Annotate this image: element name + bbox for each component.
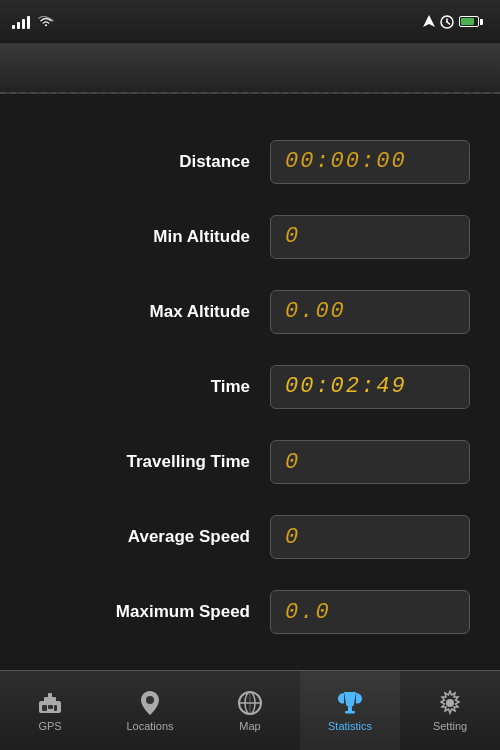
- title-bar: [0, 44, 500, 94]
- tab-locations[interactable]: Locations: [100, 671, 200, 750]
- stat-value-box-4: 0: [270, 440, 470, 484]
- map-icon: [235, 690, 265, 716]
- status-left: [12, 15, 54, 29]
- svg-line-2: [447, 22, 450, 24]
- main-content: Distance00:00:00Min Altitude0Max Altitud…: [0, 94, 500, 670]
- svg-rect-8: [54, 705, 57, 711]
- tab-map[interactable]: Map: [200, 671, 300, 750]
- statistics-icon: [335, 690, 365, 716]
- stat-row: Min Altitude0: [30, 215, 470, 259]
- tab-gps[interactable]: GPS: [0, 671, 100, 750]
- stat-label-undefined: Maximum Speed: [30, 602, 270, 622]
- tab-locations-label: Locations: [126, 720, 173, 732]
- stat-label-undefined: Time: [30, 377, 270, 397]
- svg-point-9: [146, 696, 154, 704]
- stat-value-box-2: 0.00: [270, 290, 470, 334]
- svg-rect-15: [345, 711, 355, 714]
- stat-label-undefined: Travelling Time: [30, 452, 270, 472]
- signal-bars-icon: [12, 15, 30, 29]
- stat-value-box-5: 0: [270, 515, 470, 559]
- tab-gps-label: GPS: [38, 720, 61, 732]
- stat-label-undefined: Min Altitude: [30, 227, 270, 247]
- stat-value-box-0: 00:00:00: [270, 140, 470, 184]
- stat-value-box-1: 0: [270, 215, 470, 259]
- stat-label-undefined: Max Altitude: [30, 302, 270, 322]
- stat-row: Maximum Speed0.0: [30, 590, 470, 634]
- svg-rect-7: [48, 705, 53, 709]
- tab-map-label: Map: [239, 720, 260, 732]
- svg-rect-6: [42, 705, 47, 711]
- tab-setting-label: Setting: [433, 720, 467, 732]
- stat-value-4: 0: [285, 450, 300, 475]
- stat-row: Distance00:00:00: [30, 140, 470, 184]
- stat-value-box-3: 00:02:49: [270, 365, 470, 409]
- svg-rect-14: [348, 707, 352, 711]
- status-right: [423, 15, 488, 29]
- stat-row: Time00:02:49: [30, 365, 470, 409]
- tab-statistics-label: Statistics: [328, 720, 372, 732]
- wifi-icon: [38, 16, 54, 28]
- stat-value-box-6: 0.0: [270, 590, 470, 634]
- svg-point-17: [446, 699, 454, 707]
- tab-bar: GPS Locations Map: [0, 670, 500, 750]
- stat-label-undefined: Average Speed: [30, 527, 270, 547]
- stat-label-undefined: Distance: [30, 152, 270, 172]
- location-icon: [423, 15, 435, 29]
- tab-setting[interactable]: Setting: [400, 671, 500, 750]
- stat-value-5: 0: [285, 525, 300, 550]
- stat-row: Max Altitude0.00: [30, 290, 470, 334]
- gps-icon: [35, 690, 65, 716]
- stat-value-2: 0.00: [285, 299, 346, 324]
- stat-value-3: 00:02:49: [285, 374, 407, 399]
- setting-icon: [435, 690, 465, 716]
- stat-value-1: 0: [285, 224, 300, 249]
- stat-value-0: 00:00:00: [285, 149, 407, 174]
- status-bar: [0, 0, 500, 44]
- svg-rect-5: [48, 693, 52, 698]
- clock-icon: [440, 15, 454, 29]
- stat-row: Average Speed0: [30, 515, 470, 559]
- tab-statistics[interactable]: Statistics: [300, 671, 400, 750]
- battery-indicator: [459, 16, 483, 27]
- locations-icon: [135, 690, 165, 716]
- stat-value-6: 0.0: [285, 600, 331, 625]
- stat-row: Travelling Time0: [30, 440, 470, 484]
